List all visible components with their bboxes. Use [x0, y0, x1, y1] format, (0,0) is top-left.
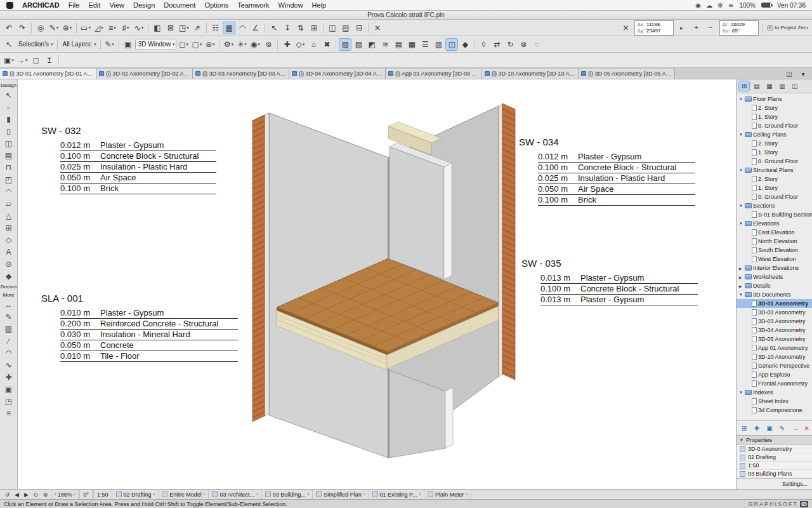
toolbar-button[interactable]: ✚ — [280, 38, 293, 51]
status-icon[interactable]: ☁ — [706, 2, 712, 9]
tree-item[interactable]: App 01 Axonometry — [737, 344, 812, 352]
toolbar-button[interactable]: ↻ — [504, 38, 516, 51]
toolbar-button[interactable]: ∠ — [249, 22, 262, 34]
tool-button[interactable]: ▤ — [2, 149, 16, 161]
tree-item[interactable]: 1. Story — [737, 148, 812, 157]
quick-settings-dropdown[interactable]: 02 Drafting › — [113, 490, 159, 499]
toolbar-button[interactable]: ◫ — [326, 22, 339, 34]
tool-button[interactable]: ▨ — [2, 323, 16, 335]
toolbar-button[interactable] — [219, 39, 219, 50]
toolbar-button[interactable]: ↖ — [3, 38, 15, 51]
toolbar-button[interactable] — [323, 23, 324, 33]
tree-item[interactable]: 2. Story — [737, 175, 812, 184]
tree-item[interactable]: Generic Perspective — [737, 361, 812, 370]
disclosure-triangle-icon[interactable]: ▶ — [739, 275, 743, 279]
toolbar-button[interactable]: ✖ — [320, 38, 333, 51]
toolbar-button[interactable]: 3D Window ▾ — [135, 39, 177, 50]
property-row[interactable]: 3D-0 Axonometry — [737, 445, 812, 453]
toolbar-button[interactable]: ◿ ▾ — [93, 22, 105, 34]
tracker-plus-button[interactable]: + — [690, 22, 703, 34]
navigator-header-button[interactable]: ⊞ — [738, 81, 750, 91]
toolbar-button[interactable]: ▣ — [122, 38, 134, 51]
menu-item[interactable]: Teamwork — [237, 1, 269, 9]
tree-item[interactable]: 2. Story — [737, 104, 812, 112]
toolbar-button[interactable]: ≋ — [379, 38, 391, 51]
tool-button[interactable]: ✎ — [2, 311, 16, 323]
disclosure-triangle-icon[interactable]: ▶ — [739, 266, 743, 271]
navigator-header-button[interactable]: ▦ — [764, 81, 775, 91]
disclosure-triangle-icon[interactable]: ▼ — [739, 222, 743, 225]
toolbar-button[interactable]: ▢ ▾ — [190, 38, 203, 51]
tree-item[interactable]: ▼ 3D Documents — [737, 290, 812, 299]
tree-item[interactable]: 3D-05 Axonometry — [737, 335, 812, 344]
toolbar-button[interactable]: ▦ — [405, 38, 418, 51]
tree-item[interactable]: 0. Ground Floor — [737, 157, 812, 166]
toolbar-button[interactable]: ◻ ▾ — [177, 38, 190, 51]
tool-button[interactable]: ▱ — [2, 197, 16, 210]
toolbar-button[interactable]: ▦ — [223, 22, 235, 34]
view-tab[interactable]: (i) 3D-01 Axonometry [3D-01 Axono... — [0, 68, 96, 79]
tracker-minus-button[interactable]: − — [705, 22, 717, 34]
view-tab[interactable]: (i) 3D-04 Axonometry [3D-04 Axon... — [289, 68, 386, 79]
menu-bar-clock[interactable]: Ven 07:36 — [777, 2, 806, 9]
view-tab[interactable]: (i) 3D-02 Axonometry [3D-02 Axon... — [96, 68, 193, 79]
navigator-tool-button[interactable]: ✚ — [752, 423, 762, 433]
toolbar-button[interactable]: ↶ — [3, 22, 15, 34]
navigator-header-button[interactable]: ▥ — [776, 81, 788, 91]
toolbar-button[interactable]: ✕ — [371, 22, 384, 34]
disclosure-triangle-icon[interactable]: ▼ — [739, 168, 743, 172]
tree-item[interactable]: 3D-01 Axonometry — [737, 299, 812, 308]
quick-settings-dropdown[interactable]: Simplified Plan › — [313, 490, 369, 499]
quick-settings-dropdown[interactable]: 03 Architect... › — [209, 490, 261, 499]
zoom-out-icon[interactable]: ‹ — [55, 491, 56, 497]
tree-item[interactable]: Sheet Index — [737, 397, 812, 406]
toolbar-button[interactable] — [277, 39, 278, 50]
view-control-button[interactable]: ▶ — [22, 490, 31, 499]
tool-button[interactable]: ≡ — [2, 407, 16, 419]
disclosure-triangle-icon[interactable]: ▼ — [739, 97, 743, 101]
toolbar-button[interactable]: ◌ — [530, 38, 543, 51]
tree-item[interactable]: East Elevation — [737, 228, 812, 237]
tool-button[interactable]: ▯ — [2, 125, 16, 137]
disclosure-triangle-icon[interactable]: ▼ — [739, 293, 743, 297]
tree-item[interactable]: South Elevation — [737, 246, 812, 255]
toolbar-button[interactable]: ⊠ — [164, 22, 177, 34]
view-tab[interactable]: (i) 3D-05 Axonometry [3D-05 Axono... — [579, 68, 675, 79]
tool-button[interactable]: ∕ — [2, 335, 16, 347]
tool-button[interactable]: ◆ — [2, 270, 16, 282]
scale-control[interactable]: 1:50 — [93, 490, 112, 499]
property-row[interactable]: 03 Building Plans — [737, 470, 812, 478]
toolbar-button[interactable] — [336, 39, 336, 50]
annotation-sw-034[interactable]: SW - 034 0.012 mPlaster - Gypsum 0.100 m… — [519, 137, 695, 206]
toolbar-button[interactable] — [100, 39, 101, 50]
toolbar-button[interactable]: ▤ — [392, 38, 405, 51]
apple-icon[interactable] — [6, 2, 13, 9]
toolbar-button[interactable] — [474, 39, 475, 50]
menu-item[interactable]: Document — [164, 1, 195, 9]
toolbar-button[interactable]: ◇ ▾ — [294, 38, 306, 51]
toolbar-button[interactable]: ◠ — [236, 22, 249, 34]
toolbar-button[interactable]: ∿ ▾ — [133, 22, 145, 34]
tab-bar-tool-button[interactable]: ◫ — [783, 69, 796, 79]
toolbar-button[interactable]: ◆ — [459, 38, 471, 51]
tab-bar-tool-button[interactable]: ▾ — [797, 69, 809, 79]
quick-settings-dropdown[interactable]: Plain Meter › — [424, 490, 471, 499]
quick-option-button[interactable] — [58, 55, 59, 65]
zoom-control[interactable]: ‹ 186% › — [51, 490, 79, 499]
app-menu[interactable]: ARCHICAD — [22, 1, 60, 9]
property-row[interactable]: 1:50 — [737, 462, 812, 470]
tool-button[interactable]: ◰ — [2, 173, 16, 185]
tree-item[interactable]: ▶ Worksheets — [737, 272, 812, 281]
quick-settings-dropdown[interactable]: 01 Existing P... › — [369, 490, 425, 499]
toolbar-button[interactable]: Selection's ▾ — [16, 38, 55, 51]
tree-item[interactable]: ▼ Structural Plans — [737, 166, 812, 175]
tree-item[interactable]: 2. Story — [737, 139, 812, 148]
annotation-sw-032[interactable]: SW - 032 0.012 mPlaster - Gypsum 0.100 m… — [41, 125, 216, 194]
tree-item[interactable]: S-01 Building Section — [737, 210, 812, 219]
tree-item[interactable]: Frontal Axonometry — [737, 379, 812, 388]
toolbar-button[interactable]: ◉ ▾ — [249, 38, 261, 51]
tree-item[interactable]: North Elevation — [737, 237, 812, 246]
view-tab[interactable]: (i) 3D-10 Axonometry [3D-10 Axon... — [482, 68, 579, 79]
toolbar-button[interactable]: ◧ — [151, 22, 164, 34]
toolbar-button[interactable]: ✎ ▾ — [103, 38, 116, 51]
